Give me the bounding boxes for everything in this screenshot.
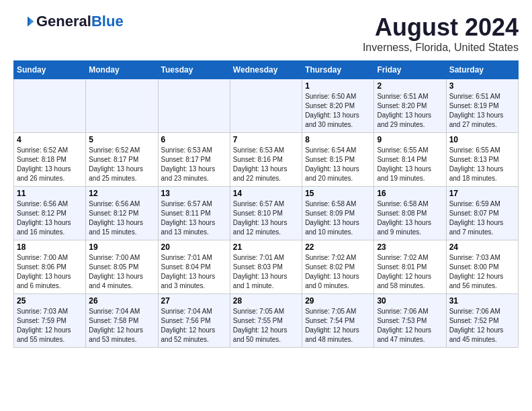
day-info: Sunrise: 7:06 AM Sunset: 7:53 PM Dayligh… (377, 307, 443, 345)
day-number: 14 (233, 189, 299, 198)
day-number: 19 (89, 242, 154, 252)
day-number: 6 (161, 135, 227, 144)
calendar-cell (86, 79, 158, 133)
day-number: 22 (305, 242, 371, 252)
logo: GeneralBlue (13, 13, 124, 30)
title-block: August 2024 Inverness, Florida, United S… (363, 13, 519, 54)
logo-general: General (36, 13, 91, 30)
calendar-cell: 27Sunrise: 7:04 AM Sunset: 7:56 PM Dayli… (158, 294, 230, 348)
day-info: Sunrise: 6:53 AM Sunset: 8:16 PM Dayligh… (233, 146, 299, 183)
calendar-cell (230, 79, 302, 133)
day-info: Sunrise: 7:04 AM Sunset: 7:58 PM Dayligh… (89, 307, 154, 345)
calendar-header: Sunday Monday Tuesday Wednesday Thursday… (14, 61, 519, 79)
day-info: Sunrise: 6:57 AM Sunset: 8:11 PM Dayligh… (161, 199, 227, 237)
day-info: Sunrise: 7:03 AM Sunset: 7:59 PM Dayligh… (17, 307, 83, 345)
calendar-cell: 10Sunrise: 6:55 AM Sunset: 8:13 PM Dayli… (446, 133, 518, 187)
day-info: Sunrise: 6:52 AM Sunset: 8:18 PM Dayligh… (17, 146, 83, 183)
day-number: 20 (161, 242, 227, 252)
calendar-cell: 18Sunrise: 7:00 AM Sunset: 8:06 PM Dayli… (14, 240, 86, 294)
col-saturday: Saturday (446, 61, 518, 79)
day-number: 29 (305, 296, 371, 306)
day-info: Sunrise: 7:02 AM Sunset: 8:01 PM Dayligh… (377, 253, 443, 291)
calendar-table: Sunday Monday Tuesday Wednesday Thursday… (13, 60, 519, 348)
day-number: 26 (89, 296, 154, 306)
logo-blue-text: Blue (91, 13, 124, 30)
calendar-cell: 24Sunrise: 7:03 AM Sunset: 8:00 PM Dayli… (446, 240, 518, 294)
day-info: Sunrise: 7:05 AM Sunset: 7:54 PM Dayligh… (305, 307, 371, 345)
page-header: GeneralBlue August 2024 Inverness, Flori… (13, 13, 519, 54)
calendar-cell: 30Sunrise: 7:06 AM Sunset: 7:53 PM Dayli… (374, 294, 446, 348)
col-tuesday: Tuesday (158, 61, 230, 79)
day-info: Sunrise: 6:55 AM Sunset: 8:14 PM Dayligh… (377, 146, 443, 183)
calendar-cell: 20Sunrise: 7:01 AM Sunset: 8:04 PM Dayli… (158, 240, 230, 294)
calendar-week-4: 18Sunrise: 7:00 AM Sunset: 8:06 PM Dayli… (14, 240, 519, 294)
day-info: Sunrise: 6:55 AM Sunset: 8:13 PM Dayligh… (449, 146, 515, 183)
day-info: Sunrise: 6:56 AM Sunset: 8:12 PM Dayligh… (89, 199, 154, 237)
calendar-cell: 7Sunrise: 6:53 AM Sunset: 8:16 PM Daylig… (230, 133, 302, 187)
calendar-cell: 26Sunrise: 7:04 AM Sunset: 7:58 PM Dayli… (86, 294, 158, 348)
logo-text: GeneralBlue (36, 13, 124, 30)
calendar-cell: 25Sunrise: 7:03 AM Sunset: 7:59 PM Dayli… (14, 294, 86, 348)
page-title: August 2024 (363, 13, 519, 42)
day-info: Sunrise: 6:51 AM Sunset: 8:20 PM Dayligh… (377, 92, 443, 130)
day-info: Sunrise: 7:00 AM Sunset: 8:05 PM Dayligh… (89, 253, 154, 291)
col-thursday: Thursday (302, 61, 374, 79)
day-number: 10 (449, 135, 515, 144)
day-info: Sunrise: 6:57 AM Sunset: 8:10 PM Dayligh… (233, 199, 299, 237)
col-wednesday: Wednesday (230, 61, 302, 79)
day-info: Sunrise: 7:03 AM Sunset: 8:00 PM Dayligh… (449, 253, 515, 291)
day-number: 11 (17, 189, 83, 198)
calendar-cell: 11Sunrise: 6:56 AM Sunset: 8:12 PM Dayli… (14, 187, 86, 240)
day-info: Sunrise: 6:53 AM Sunset: 8:17 PM Dayligh… (161, 146, 227, 183)
day-number: 25 (17, 296, 83, 306)
calendar-cell: 8Sunrise: 6:54 AM Sunset: 8:15 PM Daylig… (302, 133, 374, 187)
day-info: Sunrise: 7:01 AM Sunset: 8:04 PM Dayligh… (161, 253, 227, 291)
col-friday: Friday (374, 61, 446, 79)
day-info: Sunrise: 7:05 AM Sunset: 7:55 PM Dayligh… (233, 307, 299, 345)
calendar-cell: 15Sunrise: 6:58 AM Sunset: 8:09 PM Dayli… (302, 187, 374, 240)
day-number: 1 (305, 81, 371, 91)
calendar-cell: 29Sunrise: 7:05 AM Sunset: 7:54 PM Dayli… (302, 294, 374, 348)
day-number: 8 (305, 135, 371, 144)
calendar-cell: 17Sunrise: 6:59 AM Sunset: 8:07 PM Dayli… (446, 187, 518, 240)
day-number: 16 (377, 189, 443, 198)
day-info: Sunrise: 7:06 AM Sunset: 7:52 PM Dayligh… (449, 307, 515, 345)
col-monday: Monday (86, 61, 158, 79)
page-subtitle: Inverness, Florida, United States (363, 42, 519, 54)
day-number: 23 (377, 242, 443, 252)
calendar-cell: 21Sunrise: 7:01 AM Sunset: 8:03 PM Dayli… (230, 240, 302, 294)
day-info: Sunrise: 6:56 AM Sunset: 8:12 PM Dayligh… (17, 199, 83, 237)
calendar-cell: 12Sunrise: 6:56 AM Sunset: 8:12 PM Dayli… (86, 187, 158, 240)
calendar-cell: 1Sunrise: 6:50 AM Sunset: 8:20 PM Daylig… (302, 79, 374, 133)
day-number: 18 (17, 242, 83, 252)
day-number: 3 (449, 81, 515, 91)
calendar-cell: 6Sunrise: 6:53 AM Sunset: 8:17 PM Daylig… (158, 133, 230, 187)
day-number: 21 (233, 242, 299, 252)
logo-icon (13, 15, 34, 28)
calendar-cell: 5Sunrise: 6:52 AM Sunset: 8:17 PM Daylig… (86, 133, 158, 187)
calendar-body: 1Sunrise: 6:50 AM Sunset: 8:20 PM Daylig… (14, 79, 519, 348)
day-info: Sunrise: 7:00 AM Sunset: 8:06 PM Dayligh… (17, 253, 83, 291)
svg-marker-1 (30, 19, 34, 25)
day-info: Sunrise: 6:58 AM Sunset: 8:08 PM Dayligh… (377, 199, 443, 237)
calendar-cell: 22Sunrise: 7:02 AM Sunset: 8:02 PM Dayli… (302, 240, 374, 294)
day-number: 17 (449, 189, 515, 198)
day-number: 24 (449, 242, 515, 252)
day-info: Sunrise: 6:52 AM Sunset: 8:17 PM Dayligh… (89, 146, 154, 183)
calendar-cell: 23Sunrise: 7:02 AM Sunset: 8:01 PM Dayli… (374, 240, 446, 294)
calendar-cell: 31Sunrise: 7:06 AM Sunset: 7:52 PM Dayli… (446, 294, 518, 348)
day-info: Sunrise: 7:01 AM Sunset: 8:03 PM Dayligh… (233, 253, 299, 291)
calendar-cell: 28Sunrise: 7:05 AM Sunset: 7:55 PM Dayli… (230, 294, 302, 348)
day-info: Sunrise: 7:04 AM Sunset: 7:56 PM Dayligh… (161, 307, 227, 345)
calendar-cell (158, 79, 230, 133)
day-info: Sunrise: 7:02 AM Sunset: 8:02 PM Dayligh… (305, 253, 371, 291)
day-number: 7 (233, 135, 299, 144)
day-number: 31 (449, 296, 515, 306)
calendar-cell: 2Sunrise: 6:51 AM Sunset: 8:20 PM Daylig… (374, 79, 446, 133)
col-sunday: Sunday (14, 61, 86, 79)
day-number: 2 (377, 81, 443, 91)
calendar-week-5: 25Sunrise: 7:03 AM Sunset: 7:59 PM Dayli… (14, 294, 519, 348)
day-number: 28 (233, 296, 299, 306)
day-number: 13 (161, 189, 227, 198)
day-number: 12 (89, 189, 154, 198)
